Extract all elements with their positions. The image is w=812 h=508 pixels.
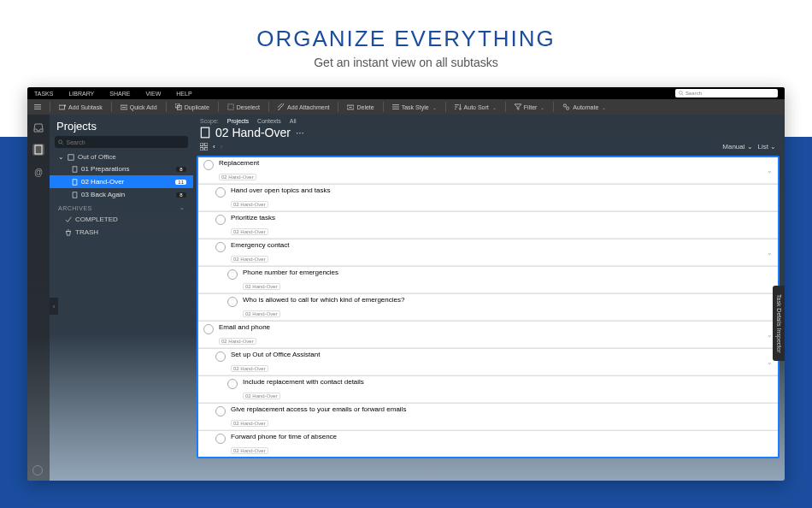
svg-rect-18 xyxy=(201,127,209,138)
scope-projects[interactable]: Projects xyxy=(227,118,249,124)
doc-icon xyxy=(72,179,78,186)
menu-help[interactable]: HELP xyxy=(176,91,191,97)
task-tag: 02 Hand-Over xyxy=(219,174,256,180)
global-search[interactable]: Search xyxy=(675,89,778,97)
chevron-down-icon[interactable]: ⌄ xyxy=(767,358,773,366)
task-checkbox[interactable] xyxy=(203,160,214,170)
task-checkbox[interactable] xyxy=(227,297,238,307)
task-checkbox[interactable] xyxy=(227,379,238,389)
sort-dropdown[interactable]: Manual ⌄ xyxy=(722,143,752,151)
task-row[interactable]: Forward phone for time of absence02 Hand… xyxy=(198,430,778,457)
task-tag: 02 Hand-Over xyxy=(231,365,268,372)
content-area: Scope: Projects Contexts All 02 Hand-Ove… xyxy=(193,115,785,481)
task-checkbox[interactable] xyxy=(215,351,226,362)
projects-icon[interactable] xyxy=(32,144,44,156)
sidebar-group-toggle[interactable]: ⌄ Out of Office xyxy=(50,151,193,162)
inbox-icon[interactable] xyxy=(32,121,44,133)
task-row[interactable]: Set up Out of Office Assistant02 Hand-Ov… xyxy=(198,348,778,375)
view-dropdown[interactable]: List ⌄ xyxy=(758,143,776,151)
check-icon xyxy=(65,216,72,223)
add-attachment-button[interactable]: Add Attachment xyxy=(276,103,331,110)
doc-icon xyxy=(200,127,210,139)
svg-rect-2 xyxy=(59,105,64,109)
sidebar-trash[interactable]: TRASH xyxy=(50,226,193,239)
svg-line-13 xyxy=(62,143,63,145)
delete-button[interactable]: Delete xyxy=(345,104,375,110)
task-checkbox[interactable] xyxy=(227,269,238,280)
task-checkbox[interactable] xyxy=(203,324,214,334)
svg-rect-10 xyxy=(35,145,42,154)
chevron-down-icon: ⌄ xyxy=(540,104,544,110)
task-tag: 02 Hand-Over xyxy=(243,283,280,290)
collapse-handle[interactable]: ‹ xyxy=(50,298,58,315)
sidebar-item-backagain[interactable]: 03 Back Again8 xyxy=(50,188,193,201)
task-checkbox[interactable] xyxy=(215,434,226,444)
task-tag: 02 Hand-Over xyxy=(231,201,268,208)
search-icon xyxy=(679,91,684,96)
task-title: Phone number for emergencies xyxy=(243,269,773,276)
inspector-handle[interactable]: Task Details Inspector xyxy=(773,286,785,361)
nav-forward-icon[interactable]: › xyxy=(221,143,223,151)
menubar: TASKS LIBRARY SHARE VIEW HELP Search xyxy=(27,87,785,99)
task-tag: 02 Hand-Over xyxy=(231,447,268,454)
sidebar-search-input[interactable] xyxy=(67,139,185,145)
quick-add-button[interactable]: Quick Add xyxy=(119,104,159,110)
task-checkbox[interactable] xyxy=(215,215,226,225)
task-row[interactable]: Prioritize tasks02 Hand-Over xyxy=(198,211,778,238)
chevron-down-icon[interactable]: ⌄ xyxy=(767,249,773,257)
toolbar: Add Subtask Quick Add Duplicate Deselect… xyxy=(27,99,785,115)
sidebar-item-preparations[interactable]: 01 Preparations8 xyxy=(50,162,193,175)
grid-view-icon[interactable] xyxy=(200,143,208,151)
sidebar-search[interactable] xyxy=(55,136,188,148)
task-row[interactable]: Include replacement with contact details… xyxy=(198,375,778,402)
menu-share[interactable]: SHARE xyxy=(109,91,130,97)
menu-library[interactable]: LIBRARY xyxy=(68,91,94,97)
deselect-button[interactable]: Deselect xyxy=(226,103,262,110)
menu-tasks[interactable]: TASKS xyxy=(34,91,53,97)
menu-view[interactable]: VIEW xyxy=(145,91,161,97)
task-row[interactable]: Phone number for emergencies02 Hand-Over xyxy=(198,266,778,292)
auto-sort-button[interactable]: Auto Sort⌄ xyxy=(453,103,498,110)
more-icon[interactable]: ··· xyxy=(296,127,304,139)
duplicate-button[interactable]: Duplicate xyxy=(174,103,211,110)
sidebar-item-handover[interactable]: 02 Hand-Over11 xyxy=(50,175,193,188)
svg-rect-15 xyxy=(73,166,77,171)
task-checkbox[interactable] xyxy=(215,406,226,416)
task-row[interactable]: Replacement02 Hand-Over⌄ xyxy=(198,157,778,183)
count-badge: 8 xyxy=(176,192,186,198)
scope-contexts[interactable]: Contexts xyxy=(257,118,281,124)
task-checkbox[interactable] xyxy=(215,187,226,198)
hamburger-icon[interactable] xyxy=(32,103,43,110)
task-row[interactable]: Email and phone02 Hand-Over⌄ xyxy=(198,321,778,347)
sidebar: Projects ⌄ Out of Office 01 Preparations… xyxy=(50,115,193,481)
task-row[interactable]: Emergency contact02 Hand-Over⌄ xyxy=(198,239,778,265)
task-row[interactable]: Hand over open topics and tasks02 Hand-O… xyxy=(198,184,778,210)
hero-subtitle: Get an instant view on all subtasks xyxy=(0,56,812,69)
user-avatar-icon[interactable] xyxy=(32,465,43,476)
task-row[interactable]: Give replacement access to your emails o… xyxy=(198,403,778,429)
filter-button[interactable]: Filter⌄ xyxy=(513,103,547,110)
task-row[interactable]: Who is allowed to call for which kind of… xyxy=(198,293,778,320)
svg-text:@: @ xyxy=(34,168,43,177)
add-subtask-button[interactable]: Add Subtask xyxy=(57,104,104,110)
trash-icon xyxy=(65,229,72,236)
app-window: TASKS LIBRARY SHARE VIEW HELP Search Add… xyxy=(27,87,785,481)
task-checkbox[interactable] xyxy=(215,242,226,252)
scope-all[interactable]: All xyxy=(290,118,297,124)
task-title: Who is allowed to call for which kind of… xyxy=(243,296,773,304)
chevron-down-icon[interactable]: ⌄ xyxy=(767,167,773,174)
task-style-button[interactable]: Task Style⌄ xyxy=(391,103,438,110)
task-tag: 02 Hand-Over xyxy=(231,420,268,427)
scope-label: Scope: xyxy=(200,118,219,124)
left-rail: @ xyxy=(27,115,50,481)
svg-rect-22 xyxy=(204,147,208,151)
chevron-down-icon[interactable]: ⌄ xyxy=(767,331,773,339)
archives-section[interactable]: ARCHIVES⌄ xyxy=(50,201,193,213)
nav-back-icon[interactable]: ‹ xyxy=(213,143,215,151)
sidebar-completed[interactable]: COMPLETED xyxy=(50,213,193,226)
folder-icon xyxy=(68,154,74,161)
task-tag: 02 Hand-Over xyxy=(231,256,268,263)
context-icon[interactable]: @ xyxy=(32,166,44,178)
task-title: Set up Out of Office Assistant xyxy=(231,351,767,358)
automate-button[interactable]: Automate⌄ xyxy=(561,103,608,110)
